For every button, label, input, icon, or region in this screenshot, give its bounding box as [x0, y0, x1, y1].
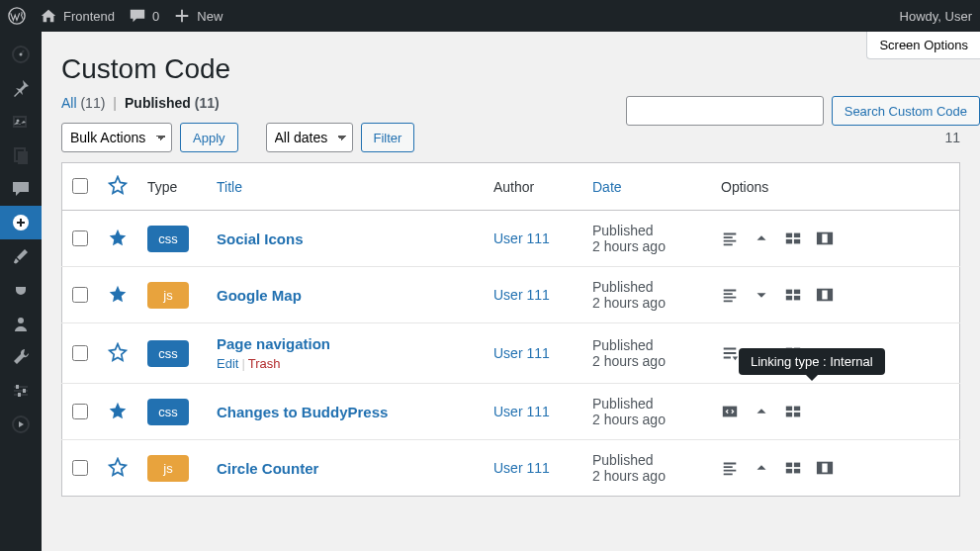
col-title[interactable]: Title	[207, 163, 484, 211]
site-link[interactable]: Frontend	[40, 7, 115, 25]
comments-link[interactable]: 0	[129, 7, 159, 25]
nav-comments[interactable]	[0, 172, 42, 206]
date-filter-select[interactable]: All dates	[266, 123, 353, 152]
play-icon	[11, 414, 31, 434]
author-link[interactable]: User 111	[493, 230, 550, 246]
star-toggle[interactable]	[108, 284, 128, 304]
align-icon[interactable]	[721, 230, 739, 247]
row-actions: Edit|Trash	[217, 356, 474, 371]
nav-settings[interactable]	[0, 374, 42, 408]
align-icon[interactable]	[721, 459, 739, 477]
items-table: Type Title Author Date Options css Socia…	[61, 162, 960, 497]
table-row: js Google Map User 111 Published2 hours …	[62, 267, 960, 323]
filter-published[interactable]: Published (11)	[125, 95, 220, 111]
author-link[interactable]: User 111	[493, 345, 550, 361]
sliders-icon	[11, 381, 31, 401]
col-date[interactable]: Date	[582, 163, 711, 211]
status-label: Published	[592, 223, 701, 238]
screen-options-button[interactable]: Screen Options	[866, 32, 980, 59]
new-label: New	[197, 9, 223, 24]
main-content: Screen Options Custom Code Search Custom…	[42, 32, 980, 551]
greeting[interactable]: Howdy, User	[900, 9, 972, 24]
grid-icon[interactable]	[784, 230, 802, 247]
date-ago: 2 hours ago	[592, 238, 701, 254]
edit-link[interactable]: Edit	[217, 356, 238, 371]
nav-media[interactable]	[0, 105, 42, 138]
date-ago: 2 hours ago	[592, 353, 701, 369]
up-icon[interactable]	[753, 459, 770, 477]
row-checkbox[interactable]	[72, 230, 88, 246]
grid-icon[interactable]	[784, 403, 802, 420]
full-icon[interactable]	[816, 459, 834, 477]
new-link[interactable]: New	[173, 7, 223, 25]
star-icon	[108, 175, 128, 195]
apply-button[interactable]: Apply	[180, 123, 238, 152]
author-link[interactable]: User 111	[493, 460, 550, 476]
nav-posts[interactable]	[0, 71, 42, 105]
grid-icon[interactable]	[784, 459, 802, 477]
status-label: Published	[592, 452, 701, 468]
author-link[interactable]: User 111	[493, 404, 550, 419]
nav-collapse[interactable]	[0, 408, 42, 441]
nav-custom-code[interactable]	[0, 206, 42, 239]
type-badge: css	[147, 226, 189, 252]
status-label: Published	[592, 337, 701, 353]
item-title[interactable]: Social Icons	[217, 230, 474, 247]
row-checkbox[interactable]	[72, 345, 88, 361]
up-icon[interactable]	[753, 230, 770, 247]
item-title[interactable]: Google Map	[217, 287, 474, 304]
star-toggle[interactable]	[108, 457, 128, 477]
row-checkbox[interactable]	[72, 404, 88, 419]
nav-plugins[interactable]	[0, 273, 42, 307]
search-button[interactable]: Search Custom Code	[832, 96, 980, 126]
nav-tools[interactable]	[0, 340, 42, 374]
pin-icon	[11, 78, 31, 98]
item-title[interactable]: Circle Counter	[217, 460, 474, 477]
select-all-checkbox[interactable]	[72, 178, 88, 194]
comments-count: 0	[152, 9, 159, 24]
align2-icon[interactable]	[721, 344, 739, 362]
site-name: Frontend	[63, 9, 115, 24]
col-author: Author	[484, 163, 582, 211]
nav-dashboard[interactable]	[0, 38, 42, 71]
star-toggle[interactable]	[108, 228, 128, 247]
trash-link[interactable]: Trash	[248, 356, 281, 371]
page-title: Custom Code	[61, 32, 960, 95]
item-count: 11	[944, 130, 960, 145]
row-options	[721, 403, 949, 420]
brush-icon	[11, 246, 31, 266]
row-options	[721, 230, 949, 247]
nav-users[interactable]	[0, 307, 42, 340]
status-label: Published	[592, 396, 701, 412]
filter-all[interactable]: All (11)	[61, 95, 105, 111]
nav-pages[interactable]	[0, 138, 42, 172]
down-icon[interactable]	[753, 286, 770, 304]
item-title[interactable]: Page navigation	[217, 335, 474, 352]
full-icon[interactable]	[816, 230, 834, 247]
plug-icon	[11, 280, 31, 300]
author-link[interactable]: User 111	[493, 287, 550, 303]
up-icon[interactable]	[753, 403, 770, 420]
media-icon	[11, 112, 31, 132]
type-badge: js	[147, 455, 189, 482]
row-checkbox[interactable]	[72, 287, 88, 303]
star-toggle[interactable]	[108, 342, 128, 362]
col-star[interactable]	[98, 163, 137, 211]
row-checkbox[interactable]	[72, 460, 88, 476]
admin-toolbar: Frontend 0 New Howdy, User	[0, 0, 980, 32]
star-toggle[interactable]	[108, 401, 128, 420]
status-label: Published	[592, 279, 701, 295]
item-title[interactable]: Changes to BuddyPress	[217, 404, 474, 420]
plus-icon	[173, 7, 191, 25]
nav-appearance[interactable]	[0, 239, 42, 273]
code-icon[interactable]	[721, 403, 739, 420]
search-input[interactable]	[626, 96, 824, 126]
align-icon[interactable]	[721, 286, 739, 304]
col-type: Type	[137, 163, 207, 211]
wp-logo[interactable]	[8, 7, 26, 25]
grid-icon[interactable]	[784, 286, 802, 304]
full-icon[interactable]	[816, 286, 834, 304]
bulk-actions-select[interactable]: Bulk Actions	[61, 123, 172, 152]
admin-sidebar	[0, 32, 42, 551]
filter-button[interactable]: Filter	[361, 123, 415, 152]
